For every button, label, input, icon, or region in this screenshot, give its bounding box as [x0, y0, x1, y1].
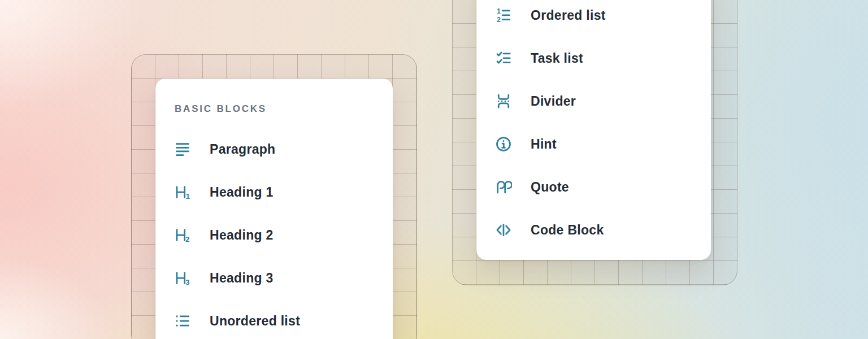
- menu-item-heading-1[interactable]: 1Heading 1: [155, 171, 393, 214]
- hint-icon: [495, 136, 512, 153]
- heading-3-icon: 3: [174, 270, 191, 286]
- menu-item-label: Paragraph: [210, 142, 275, 157]
- menu-item-task-list[interactable]: Task list: [476, 37, 711, 80]
- paragraph-icon: [174, 141, 191, 158]
- basic-blocks-list: Paragraph1Heading 12Heading 23Heading 3U…: [155, 128, 393, 339]
- menu-item-hint[interactable]: Hint: [476, 123, 711, 166]
- svg-text:2: 2: [497, 16, 501, 24]
- menu-item-ordered-list[interactable]: 12Ordered list: [476, 0, 711, 37]
- svg-text:1: 1: [497, 7, 501, 15]
- task-list-icon: [495, 50, 512, 67]
- menu-item-code-block[interactable]: Code Block: [476, 208, 711, 251]
- menu-item-divider[interactable]: Divider: [476, 80, 711, 123]
- divider-icon: [495, 93, 512, 110]
- menu-item-paragraph[interactable]: Paragraph: [155, 128, 393, 171]
- menu-item-label: Hint: [531, 137, 557, 152]
- quote-icon: [495, 179, 512, 195]
- menu-item-label: Code Block: [531, 223, 604, 238]
- unordered-list-icon: [174, 312, 191, 329]
- heading-2-icon: 2: [174, 227, 191, 244]
- basic-blocks-menu: BASIC BLOCKS Paragraph1Heading 12Heading…: [155, 79, 393, 339]
- ordered-list-icon: 12: [495, 7, 512, 24]
- menu-item-label: Quote: [531, 180, 569, 195]
- heading-1-icon: 1: [174, 184, 191, 201]
- menu-item-label: Task list: [531, 51, 583, 66]
- svg-text:2: 2: [185, 235, 189, 244]
- blocks-list-continued: 12Ordered listTask listDividerHintQuoteC…: [476, 0, 711, 251]
- menu-item-unordered-list[interactable]: Unordered list: [155, 299, 393, 339]
- blocks-menu-continued: 12Ordered listTask listDividerHintQuoteC…: [476, 0, 711, 260]
- menu-item-label: Divider: [531, 94, 576, 109]
- menu-item-label: Heading 3: [210, 271, 274, 286]
- basic-blocks-heading: BASIC BLOCKS: [175, 102, 393, 116]
- menu-item-label: Unordered list: [210, 314, 300, 329]
- menu-item-label: Heading 1: [210, 185, 274, 200]
- menu-item-quote[interactable]: Quote: [476, 166, 711, 208]
- code-block-icon: [495, 221, 512, 238]
- svg-text:1: 1: [186, 192, 190, 201]
- svg-text:3: 3: [185, 278, 189, 286]
- menu-item-heading-3[interactable]: 3Heading 3: [155, 257, 393, 299]
- menu-item-label: Heading 2: [210, 228, 274, 243]
- menu-item-heading-2[interactable]: 2Heading 2: [155, 214, 393, 257]
- menu-item-label: Ordered list: [531, 8, 606, 23]
